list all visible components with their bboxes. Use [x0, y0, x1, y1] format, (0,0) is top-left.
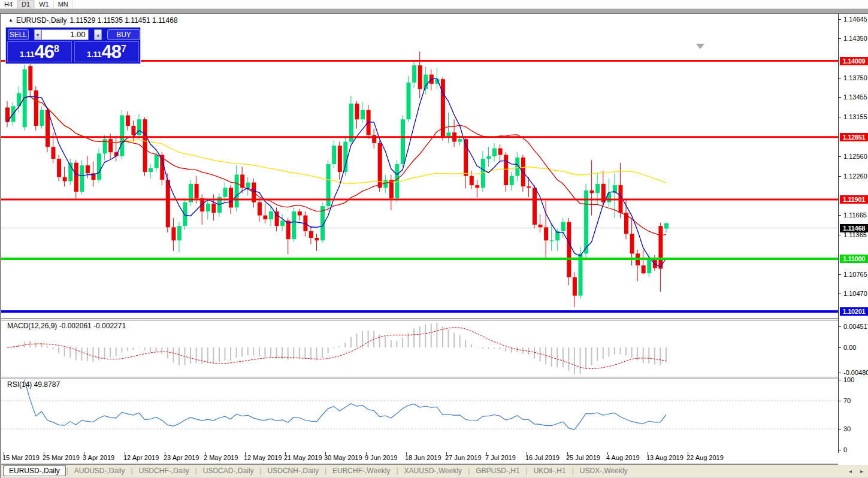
- date-axis: 15 Mar 201925 Mar 20193 Apr 201912 Apr 2…: [1, 453, 868, 464]
- hline-price-chip: 1.11901: [840, 195, 868, 204]
- axis-tick: [839, 38, 841, 39]
- tab-usdcad-daily[interactable]: USDCAD-,Daily: [198, 466, 259, 476]
- timeframe-button-d1[interactable]: D1: [17, 0, 35, 8]
- scroll-tabs-left-icon[interactable]: ◂: [849, 468, 852, 474]
- chart-shift-marker-icon[interactable]: [696, 44, 704, 49]
- macd-panel-canvas[interactable]: [1, 320, 838, 377]
- axis-tick: [839, 401, 841, 401]
- tab-eurchf-weekly[interactable]: EURCHF-,Weekly: [327, 466, 395, 476]
- rsi-panel-canvas[interactable]: [1, 379, 838, 453]
- chart-title: ▲ EURUSD-,Daily 1.11529 1.11535 1.11451 …: [8, 16, 178, 25]
- timeframe-button-mn[interactable]: MN: [54, 0, 73, 8]
- axis-tick: [839, 215, 841, 216]
- buy-price-sup: 7: [121, 44, 126, 55]
- date-tick-label: 21 May 2019: [284, 454, 322, 461]
- scroll-tabs-right-icon[interactable]: ▸: [860, 468, 863, 474]
- axis-border-line: [838, 14, 839, 453]
- buy-button[interactable]: BUY: [107, 29, 140, 40]
- tab-audusd-daily[interactable]: AUDUSD-,Daily: [69, 466, 131, 476]
- tab-usdcnh-daily[interactable]: USDCNH-,Daily: [262, 466, 324, 476]
- date-tick-label: 16 Jul 2019: [525, 454, 559, 461]
- date-tick-label: 3 Apr 2019: [83, 454, 114, 461]
- timeframe-button-h4[interactable]: H4: [0, 0, 17, 8]
- axis-tick-label: 1.10470: [843, 290, 867, 297]
- trade-panel-prices: 1.11468 1.11487: [6, 41, 140, 62]
- date-tick-label: 27 Jun 2019: [445, 454, 482, 461]
- axis-tick: [839, 97, 841, 98]
- sell-button[interactable]: SELL: [8, 29, 29, 40]
- date-tick-label: 22 Aug 2019: [686, 454, 724, 461]
- symbol-tab-bar: EURUSD-,Daily|AUDUSD-,Daily|USDCHF-,Dail…: [1, 465, 868, 477]
- macd-tick-label: -0.004806: [843, 369, 868, 376]
- date-tick-label: 9 Jun 2019: [365, 454, 397, 461]
- date-tick-label: 25 Jul 2019: [566, 454, 600, 461]
- hline-price-chip: 1.11000: [840, 255, 868, 263]
- axis-tick-label: 1.10765: [843, 271, 867, 278]
- axis-tick: [839, 373, 841, 373]
- tab-usdchf-daily[interactable]: USDCHF-,Daily: [134, 466, 195, 476]
- axis-tick: [839, 117, 841, 117]
- axis-tick: [839, 450, 841, 450]
- sell-price-big: 46: [35, 44, 54, 60]
- axis-tick: [839, 78, 841, 78]
- hline-price-chip: 1.14009: [840, 57, 868, 65]
- rsi-tick-label: 0: [843, 446, 847, 453]
- date-tick-label: 2 May 2019: [204, 454, 238, 461]
- buy-price-display[interactable]: 1.11487: [74, 41, 139, 62]
- current-price-chip: 1.11468: [840, 224, 868, 232]
- volume-input[interactable]: 1.00: [41, 29, 89, 40]
- date-tick-label: 13 Aug 2019: [646, 454, 683, 461]
- collapse-panel-icon[interactable]: ▲: [8, 17, 13, 23]
- tab-xauusd-weekly[interactable]: XAUUSD-,Weekly: [399, 466, 467, 476]
- date-tick-label: 12 Apr 2019: [123, 454, 159, 461]
- hline-price-chip: 1.10201: [840, 307, 868, 316]
- tab-scroll-controls: ◂▸: [849, 468, 863, 474]
- chart-window: ▲ EURUSD-,Daily 1.11529 1.11535 1.11451 …: [0, 13, 868, 478]
- rsi-indicator-label: RSI(14) 49.8787: [7, 380, 60, 389]
- axis-tick: [839, 176, 841, 177]
- axis-tick-label: 1.14350: [843, 35, 867, 42]
- trading-terminal: H4D1W1MN ▲ EURUSD-,Daily 1.11529 1.11535…: [0, 0, 868, 478]
- date-tick-label: 18 Jun 2019: [405, 454, 441, 461]
- axis-tick-label: 1.13155: [843, 113, 867, 120]
- timeframe-button-w1[interactable]: W1: [35, 0, 54, 8]
- chart-symbol-label: EURUSD-,Daily: [16, 16, 67, 25]
- buy-price-prefix: 1.11: [87, 49, 102, 60]
- trade-panel-controls: SELL ▾ 1.00 ▴ BUY: [6, 29, 140, 41]
- date-tick-label: 15 Mar 2019: [2, 454, 40, 461]
- axis-tick: [839, 19, 841, 20]
- hline-price-chip: 1.12851: [840, 133, 868, 141]
- axis-tick: [839, 347, 841, 348]
- window-top-frame: [0, 9, 868, 13]
- axis-tick: [839, 235, 841, 235]
- date-tick-label: 25 Mar 2019: [43, 454, 80, 461]
- axis-tick: [839, 380, 841, 380]
- sell-price-display[interactable]: 1.11468: [7, 41, 72, 62]
- macd-tick-label: 0.00: [843, 344, 856, 351]
- axis-tick-label: 1.13455: [843, 93, 867, 101]
- axis-tick-label: 1.12260: [843, 173, 867, 180]
- date-tick-label: 30 May 2019: [324, 454, 362, 461]
- rsi-tick-label: 70: [843, 397, 851, 404]
- tab-usdx-weekly[interactable]: USDX-,Weekly: [574, 466, 633, 476]
- macd-indicator-label: MACD(12,26,9) -0.002061 -0.002271: [7, 322, 126, 330]
- axis-tick: [839, 274, 841, 275]
- timeframe-toolbar: H4D1W1MN: [0, 0, 868, 9]
- date-tick-label: 4 Aug 2019: [606, 454, 640, 461]
- date-tick-label: 12 May 2019: [244, 454, 282, 461]
- volume-increase-button[interactable]: ▴: [94, 29, 102, 40]
- axis-tick: [839, 326, 841, 327]
- rsi-tick-label: 100: [843, 376, 854, 383]
- axis-tick: [839, 294, 841, 294]
- axis-tick: [839, 156, 841, 157]
- price-axis: 1.146451.143501.137501.134551.131551.125…: [838, 14, 868, 478]
- buy-price-big: 48: [102, 44, 121, 60]
- axis-tick-label: 1.11665: [843, 211, 867, 219]
- macd-tick-label: 0.004517: [843, 323, 868, 330]
- date-tick-label: 23 Apr 2019: [164, 454, 199, 461]
- axis-tick-label: 1.13750: [843, 74, 867, 81]
- tab-ukoil-h1[interactable]: UKOil-,H1: [528, 466, 571, 476]
- tab-eurusd-daily[interactable]: EURUSD-,Daily: [3, 465, 66, 476]
- volume-decrease-button[interactable]: ▾: [34, 29, 42, 40]
- tab-gbpusd-h1[interactable]: GBPUSD-,H1: [470, 466, 525, 476]
